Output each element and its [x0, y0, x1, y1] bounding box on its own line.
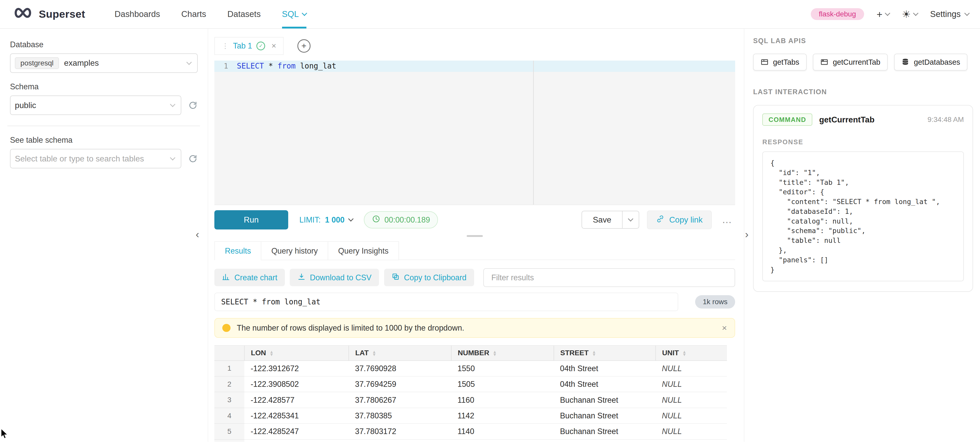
results-tabbar: Results Query history Query Insights	[214, 241, 735, 260]
close-warning-button[interactable]: ×	[722, 323, 727, 333]
table-row: 5 -122.4285247 37.7803172 1140 Buchanan …	[214, 423, 727, 439]
database-value: examples	[64, 58, 99, 68]
chevron-down-icon	[302, 11, 307, 16]
sort-icon: ▴▾	[593, 351, 595, 356]
table-row: 2 -122.3908502 37.7694259 1505 04th Stre…	[214, 376, 727, 392]
more-options-button[interactable]: …	[719, 214, 735, 225]
chevron-down-icon	[885, 11, 890, 16]
collapse-sidebar-button[interactable]: ‹	[196, 229, 199, 239]
response-label: RESPONSE	[762, 138, 964, 146]
sql-lab-api-panel: SQL LAB APIS getTabs getCurrentTab getDa…	[753, 29, 973, 442]
line-number: 1	[214, 61, 233, 72]
download-csv-button[interactable]: Download to CSV	[290, 269, 379, 286]
get-tabs-button[interactable]: getTabs	[753, 54, 807, 70]
query-preview-row: SELECT * from long_lat 1k rows	[214, 293, 735, 311]
table-search-input[interactable]	[15, 154, 165, 163]
superset-logo-icon	[13, 7, 33, 21]
clock-icon	[372, 215, 380, 225]
limit-dropdown[interactable]: LIMIT: 1 000	[299, 215, 353, 224]
table-header-row: LON▴▾ LAT▴▾ NUMBER▴▾ STREET▴▾ UNIT▴▾	[214, 345, 727, 361]
tabs-icon	[760, 58, 769, 66]
link-icon	[656, 215, 664, 225]
tab-query-history[interactable]: Query history	[261, 241, 328, 260]
table-schema-label: See table schema	[10, 136, 198, 145]
chevron-down-icon	[628, 216, 633, 222]
add-tab-button[interactable]: +	[298, 39, 310, 53]
current-tab-icon	[820, 58, 829, 66]
refresh-tables-button[interactable]	[188, 154, 198, 163]
save-button[interactable]: Save	[582, 211, 622, 229]
drag-handle-icon: ⋮	[222, 42, 229, 50]
copy-icon	[391, 273, 400, 282]
collapse-api-panel-button[interactable]: ›	[745, 229, 749, 239]
download-icon	[298, 273, 305, 282]
print-margin-line	[533, 61, 534, 204]
chevron-down-icon	[170, 155, 175, 160]
superset-sql-lab: Superset Dashboards Charts Datasets SQL …	[0, 0, 980, 442]
database-type-tag: postgresql	[15, 57, 59, 69]
resize-handle[interactable]	[467, 235, 483, 237]
interaction-card: COMMAND getCurrentTab 9:34:48 AM RESPONS…	[753, 105, 973, 292]
last-interaction-title: LAST INTERACTION	[753, 88, 973, 96]
close-tab-button[interactable]: ×	[272, 41, 277, 51]
editor-tab-title: Tab 1	[233, 41, 252, 50]
sql-lab-main: ⋮ Tab 1 ✓ × + 1 SELECT * from long_lat R…	[214, 29, 735, 442]
new-item-button[interactable]: +	[877, 9, 889, 19]
schema-select[interactable]: public	[10, 96, 181, 115]
filter-results-input[interactable]	[483, 268, 735, 287]
schema-value: public	[15, 101, 36, 110]
save-dropdown-button[interactable]	[622, 211, 640, 229]
navbar: Superset Dashboards Charts Datasets SQL …	[0, 0, 980, 29]
tab-results[interactable]: Results	[214, 241, 261, 260]
chart-icon	[222, 273, 230, 282]
copy-clipboard-button[interactable]: Copy to Clipboard	[384, 269, 474, 286]
sort-icon: ▴▾	[683, 351, 686, 356]
run-query-button[interactable]: Run	[214, 210, 288, 230]
column-header-lat[interactable]: LAT▴▾	[349, 345, 451, 361]
sidebar-divider	[8, 126, 200, 126]
command-badge: COMMAND	[762, 113, 812, 126]
copy-link-button[interactable]: Copy link	[647, 211, 712, 229]
interaction-timestamp: 9:34:48 AM	[928, 115, 964, 124]
nav-charts[interactable]: Charts	[181, 0, 206, 29]
brand[interactable]: Superset	[13, 7, 85, 21]
database-select[interactable]: postgresql examples	[10, 53, 198, 73]
editor-tab[interactable]: ⋮ Tab 1 ✓ ×	[214, 37, 283, 55]
get-databases-button[interactable]: getDatabases	[894, 54, 968, 70]
table-row: 6 -122.4289542 37.7802883 1111 Buchanan …	[214, 439, 727, 442]
sort-icon: ▴▾	[493, 351, 496, 356]
warning-icon	[222, 324, 231, 332]
plus-icon: +	[877, 9, 883, 19]
sql-editor[interactable]: 1 SELECT * from long_lat	[214, 61, 735, 205]
database-icon	[901, 58, 910, 66]
mouse-cursor	[0, 429, 9, 442]
table-row: 4 -122.4285341 37.780385 1142 Buchanan S…	[214, 408, 727, 423]
database-label: Database	[10, 40, 198, 49]
environment-badge: flask-debug	[811, 8, 864, 20]
nav-sql[interactable]: SQL	[282, 0, 306, 29]
column-header-street[interactable]: STREET▴▾	[554, 345, 655, 361]
schema-label: Schema	[10, 82, 198, 91]
table-row: 1 -122.3912672 37.7690928 1550 04th Stre…	[214, 361, 727, 376]
column-header-unit[interactable]: UNIT▴▾	[655, 345, 727, 361]
brand-title: Superset	[39, 8, 85, 20]
create-chart-button[interactable]: Create chart	[214, 269, 285, 286]
sun-icon: ☀	[902, 9, 911, 19]
refresh-schemas-button[interactable]	[188, 101, 198, 110]
row-limit-warning: The number of rows displayed is limited …	[214, 318, 735, 338]
theme-toggle-button[interactable]: ☀	[902, 9, 918, 19]
editor-tabbar: ⋮ Tab 1 ✓ × +	[214, 37, 735, 55]
column-header-number[interactable]: NUMBER▴▾	[451, 345, 554, 361]
tab-query-insights[interactable]: Query Insights	[328, 241, 399, 260]
nav-dashboards[interactable]: Dashboards	[115, 0, 160, 29]
nav-datasets[interactable]: Datasets	[228, 0, 261, 29]
navbar-right: flask-debug + ☀ Settings	[811, 8, 969, 20]
column-header-lon[interactable]: LON▴▾	[244, 345, 349, 361]
sort-icon: ▴▾	[270, 351, 273, 356]
warning-text: The number of rows displayed is limited …	[237, 324, 464, 332]
editor-toolbar: Run LIMIT: 1 000 00:00:00.189 Save	[214, 210, 735, 230]
get-current-tab-button[interactable]: getCurrentTab	[813, 54, 888, 70]
settings-menu[interactable]: Settings	[930, 9, 969, 19]
table-select[interactable]	[10, 149, 181, 168]
query-timer: 00:00:00.189	[364, 211, 438, 228]
